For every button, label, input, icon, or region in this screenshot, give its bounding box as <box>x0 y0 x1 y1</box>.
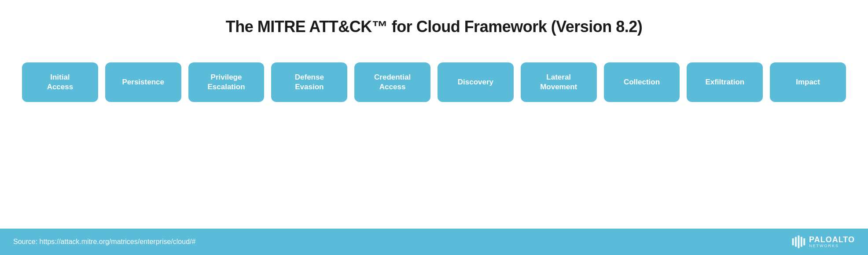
tactic-card-discovery[interactable]: Discovery <box>438 62 514 102</box>
tactic-card-defense-evasion[interactable]: DefenseEvasion <box>271 62 347 102</box>
tactic-card-persistence[interactable]: Persistence <box>105 62 181 102</box>
paloalto-logo-icon <box>791 235 805 249</box>
tactic-card-credential-access[interactable]: CredentialAccess <box>354 62 430 102</box>
svg-rect-3 <box>801 237 802 247</box>
tactic-card-impact[interactable]: Impact <box>770 62 846 102</box>
logo-subtext: NETWORKS <box>809 244 839 248</box>
footer-source-text: Source: https://attack.mitre.org/matrice… <box>13 238 195 246</box>
svg-rect-1 <box>795 237 797 247</box>
svg-rect-0 <box>792 238 794 245</box>
tactic-card-initial-access[interactable]: InitialAccess <box>22 62 98 102</box>
tactic-card-privilege-escalation[interactable]: PrivilegeEscalation <box>188 62 265 102</box>
page-title: The MITRE ATT&CK™ for Cloud Framework (V… <box>226 18 643 36</box>
tactic-card-collection[interactable]: Collection <box>604 62 680 102</box>
logo-name-text: paloalto <box>809 236 855 244</box>
svg-rect-4 <box>803 238 805 245</box>
main-content: The MITRE ATT&CK™ for Cloud Framework (V… <box>0 0 868 229</box>
framework-container: InitialAccessPersistencePrivilegeEscalat… <box>22 62 846 102</box>
tactic-card-exfiltration[interactable]: Exfiltration <box>687 62 763 102</box>
logo-wrapper: paloalto NETWORKS <box>809 236 855 248</box>
footer: Source: https://attack.mitre.org/matrice… <box>0 229 868 255</box>
tactic-card-lateral-movement[interactable]: LateralMovement <box>521 62 597 102</box>
footer-logo: paloalto NETWORKS <box>791 235 855 249</box>
svg-rect-2 <box>798 236 799 248</box>
